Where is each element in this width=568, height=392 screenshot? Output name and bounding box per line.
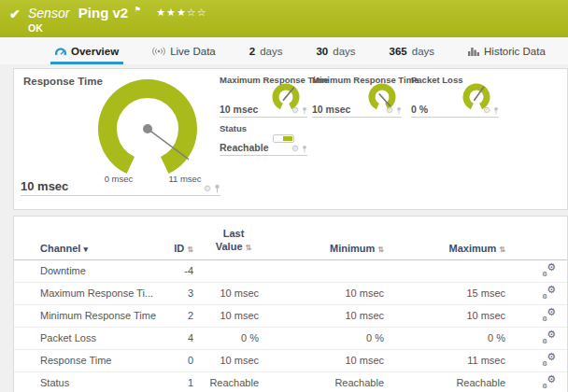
stars-empty: ☆☆ — [187, 7, 207, 18]
status-panel: Status Reachable ⚙ — [220, 123, 307, 156]
tab-365-days-unit: days — [412, 46, 434, 57]
table-row[interactable]: Response Time 0 10 msec 10 msec 11 msec … — [14, 349, 568, 371]
tab-30-days-unit: days — [333, 46, 355, 57]
channel-maximum: 11 msec — [384, 349, 505, 371]
packet-loss-panel: Packet Loss 0 % ⚙ — [411, 75, 499, 118]
pin-icon[interactable] — [396, 106, 402, 115]
channel-last-value: 0 % — [193, 327, 259, 349]
gear-icon[interactable]: ⚙ — [204, 185, 211, 193]
tab-overview-label: Overview — [71, 46, 119, 57]
pin-icon[interactable] — [302, 145, 307, 153]
tab-overview[interactable]: Overview — [50, 37, 123, 64]
gear-icon[interactable]: ⚙ — [483, 106, 490, 115]
column-header-last-value[interactable]: Last Value⇅ — [193, 217, 259, 259]
channel-last-value: Reachable — [193, 371, 259, 392]
channel-id: 1 — [156, 371, 193, 392]
gauge-icon — [55, 47, 66, 56]
channel-settings-icon[interactable]: ⚙⚙ — [543, 309, 556, 321]
minimum-response-time-panel: Minimum Response Time 10 msec ⚙ — [312, 75, 402, 118]
sort-icon: ⇅ — [187, 245, 193, 254]
sensor-title-line: Sensor Ping v2 ⚑ ★★★☆☆ — [28, 5, 207, 21]
tab-bar: Overview Live Data 2 days 30 days 365 da… — [0, 37, 568, 64]
channel-name[interactable]: Maximum Response Ti... — [14, 282, 156, 304]
channel-name[interactable]: Status — [14, 371, 156, 392]
channel-name[interactable]: Minimum Response Time — [14, 304, 156, 327]
pin-icon[interactable] — [302, 106, 307, 115]
tab-live-data[interactable]: Live Data — [148, 37, 220, 64]
tab-365-days[interactable]: 365 days — [385, 37, 439, 64]
tab-30-days-number: 30 — [316, 46, 328, 57]
gauges-panel: Response Time 0 msec 11 msec 10 msec ⚙ M… — [13, 68, 568, 210]
table-row[interactable]: Maximum Response Ti... 3 10 msec 10 msec… — [14, 282, 568, 304]
sort-desc-icon: ▾ — [83, 245, 88, 254]
channel-last-value: 10 msec — [193, 349, 259, 371]
maximum-response-time-panel: Maximum Response Time 10 msec ⚙ — [220, 75, 307, 118]
sensor-header: ✔ Sensor Ping v2 ⚑ ★★★☆☆ OK — [0, 0, 568, 37]
table-row[interactable]: Status 1 Reachable Reachable Reachable ⚙… — [14, 371, 568, 392]
sort-icon: ⇅ — [246, 244, 252, 252]
column-header-maximum[interactable]: Maximum⇅ — [384, 217, 505, 259]
channel-minimum — [259, 259, 384, 282]
maximum-response-time-value: 10 msec — [220, 104, 258, 115]
channel-settings-icon[interactable]: ⚙⚙ — [543, 287, 556, 299]
tab-30-days[interactable]: 30 days — [311, 37, 360, 64]
channel-minimum: 10 msec — [259, 304, 384, 327]
column-header-channel[interactable]: Channel▾ — [14, 217, 156, 259]
maximum-response-time-footer: 10 msec ⚙ — [220, 104, 307, 118]
channel-id: -4 — [156, 259, 193, 282]
channel-maximum — [384, 259, 505, 282]
overview-content: Response Time 0 msec 11 msec 10 msec ⚙ M… — [0, 64, 568, 392]
channel-maximum: 15 msec — [384, 282, 505, 304]
flag-icon[interactable]: ⚑ — [135, 6, 141, 14]
channel-id: 0 — [156, 349, 193, 371]
tab-365-days-number: 365 — [390, 46, 407, 57]
live-signal-icon — [152, 47, 165, 56]
column-header-id[interactable]: ID⇅ — [156, 217, 193, 259]
channel-last-value: 10 msec — [193, 304, 259, 327]
channel-maximum: 10 msec — [384, 304, 505, 327]
channel-minimum: Reachable — [259, 371, 384, 392]
bar-chart-icon — [468, 47, 479, 56]
response-time-value: 10 msec — [21, 179, 68, 193]
packet-loss-value: 0 % — [411, 104, 428, 115]
priority-stars[interactable]: ★★★☆☆ — [156, 7, 206, 18]
sensor-type-label: Sensor — [28, 6, 69, 21]
tab-historic-data[interactable]: Historic Data — [463, 37, 550, 64]
pin-icon[interactable] — [214, 184, 220, 193]
channel-name[interactable]: Downtime — [14, 259, 156, 282]
channel-minimum: 10 msec — [259, 349, 384, 371]
packet-loss-footer: 0 % ⚙ — [411, 104, 499, 118]
tab-2-days[interactable]: 2 days — [245, 37, 288, 64]
tab-live-data-label: Live Data — [170, 46, 216, 57]
channels-table: Channel▾ ID⇅ Last Value⇅ Minimum⇅ Maximu… — [14, 217, 568, 392]
ok-check-icon: ✔ — [9, 7, 21, 21]
channel-id: 4 — [156, 327, 193, 349]
table-row[interactable]: Packet Loss 4 0 % 0 % 0 % ⚙⚙ — [14, 327, 568, 349]
gear-icon[interactable]: ⚙ — [291, 145, 299, 153]
tab-historic-data-label: Historic Data — [484, 46, 546, 57]
stars-filled: ★★★ — [156, 7, 187, 18]
sort-icon: ⇅ — [499, 245, 505, 254]
status-title: Status — [220, 123, 307, 133]
pin-icon[interactable] — [493, 106, 499, 115]
column-header-minimum[interactable]: Minimum⇅ — [259, 217, 384, 259]
channels-table-panel: Channel▾ ID⇅ Last Value⇅ Minimum⇅ Maximu… — [13, 216, 568, 392]
column-header-actions — [505, 217, 568, 259]
tab-2-days-unit: days — [260, 46, 282, 57]
sort-icon: ⇅ — [377, 245, 384, 254]
channel-minimum: 0 % — [259, 327, 384, 349]
channel-settings-icon[interactable]: ⚙⚙ — [543, 376, 556, 388]
channel-settings-icon[interactable]: ⚙⚙ — [543, 331, 556, 343]
status-footer: Reachable ⚙ — [220, 142, 307, 156]
channel-settings-icon[interactable]: ⚙⚙ — [543, 264, 556, 276]
channel-name[interactable]: Packet Loss — [14, 327, 156, 349]
table-row[interactable]: Minimum Response Time 2 10 msec 10 msec … — [14, 304, 568, 327]
response-time-footer: 10 msec ⚙ — [21, 179, 220, 196]
channel-name[interactable]: Response Time — [14, 349, 156, 371]
channel-last-value — [193, 259, 259, 282]
gear-icon[interactable]: ⚙ — [291, 106, 299, 115]
table-row[interactable]: Downtime -4 ⚙⚙ — [14, 259, 568, 282]
table-header-row: Channel▾ ID⇅ Last Value⇅ Minimum⇅ Maximu… — [14, 217, 568, 259]
channel-settings-icon[interactable]: ⚙⚙ — [543, 354, 556, 366]
gear-icon[interactable]: ⚙ — [386, 106, 393, 115]
